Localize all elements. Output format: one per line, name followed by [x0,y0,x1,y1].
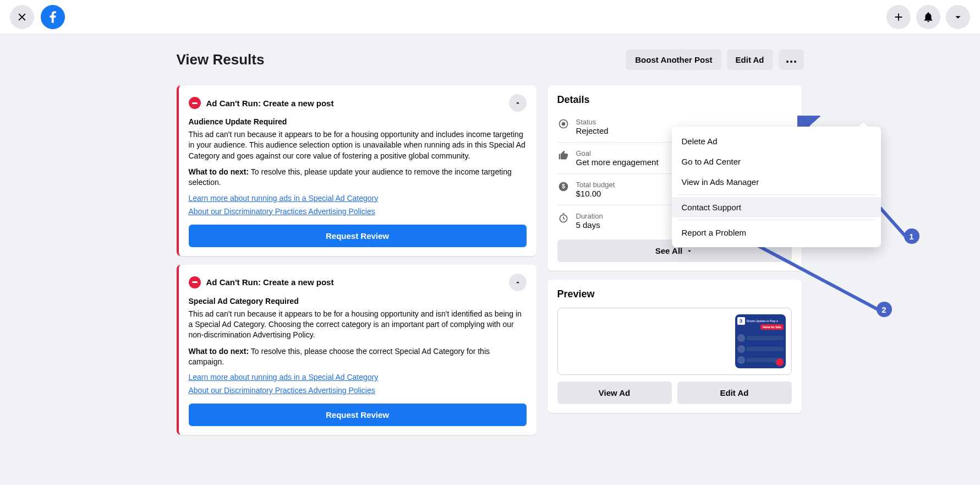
notifications-button[interactable] [916,5,940,29]
alert-title: Ad Can't Run: Create a new post [206,99,334,108]
see-all-label: See All [655,246,682,255]
topbar [0,0,980,34]
alert-body: This ad can't run because it appears to … [189,309,527,341]
page-header: View Results Boost Another Post Edit Ad [177,50,804,70]
more-options-button[interactable] [779,50,804,70]
ad-thumbnail: 3Simple Updates to Prep a Home for Sale [735,314,786,368]
create-button[interactable] [886,5,911,29]
svg-point-1 [790,61,792,63]
alert-next: What to do next: To resolve this, please… [189,346,527,368]
dropdown-delete-ad[interactable]: Delete Ad [672,131,881,151]
facebook-icon [45,9,61,25]
alert-next-label: What to do next: [189,167,249,176]
alert-next-label: What to do next: [189,347,249,356]
header-actions: Boost Another Post Edit Ad [626,50,803,70]
chevron-up-icon [514,279,522,286]
left-column: Ad Can't Run: Create a new post Audience… [177,85,536,435]
alert-header-left: Ad Can't Run: Create a new post [189,276,334,288]
alert-header: Ad Can't Run: Create a new post [189,94,527,112]
detail-info: Duration 5 days [576,212,603,230]
detail-info: Status Rejected [576,118,609,135]
alert-subtitle: Audience Update Required [189,117,527,126]
stopwatch-icon [557,212,570,224]
boost-another-post-button[interactable]: Boost Another Post [626,50,721,70]
dropdown-report-problem[interactable]: Report a Problem [672,222,881,243]
alert-title: Ad Can't Run: Create a new post [206,277,334,287]
view-ad-button[interactable]: View Ad [557,382,672,404]
status-icon [557,118,570,130]
learn-more-link[interactable]: Learn more about running ads in a Specia… [189,373,527,382]
duration-value: 5 days [576,220,603,230]
policies-link[interactable]: About our Discriminatory Practices Adver… [189,386,527,395]
alert-body: This ad can't run because it appears to … [189,129,527,161]
preview-card: Preview 3Simple Updates to Prep a Home f… [548,280,802,413]
thumb-number: 3 [737,317,745,325]
topbar-right [886,5,970,29]
no-entry-icon [189,97,201,109]
budget-value: $10.00 [576,189,615,198]
bell-icon [922,11,934,23]
goal-label: Goal [576,149,659,157]
duration-label: Duration [576,212,603,220]
svg-text:$: $ [562,183,565,189]
svg-point-0 [786,61,789,63]
preview-heading: Preview [557,288,792,300]
dropdown-divider [677,220,875,220]
collapse-button[interactable] [509,274,527,291]
no-entry-icon [189,276,201,288]
dropdown-divider [677,194,875,195]
dollar-icon: $ [557,181,570,193]
dropdown-view-in-ads-manager[interactable]: View in Ads Manager [672,172,881,192]
alert-card-category: Ad Can't Run: Create a new post Special … [177,265,536,435]
thumb-badge-icon [776,358,784,366]
alert-next: What to do next: To resolve this, please… [189,167,527,188]
annotation-badge-2: 2 [877,302,892,317]
detail-info: Total budget $10.00 [576,181,615,198]
container: View Results Boost Another Post Edit Ad … [177,50,804,435]
status-value: Rejected [576,126,609,135]
alert-subtitle: Special Ad Category Required [189,297,527,306]
main-content: View Results Boost Another Post Edit Ad … [0,34,980,435]
topbar-left [10,5,65,29]
dropdown-contact-support[interactable]: Contact Support [672,197,881,217]
dropdown-go-to-ad-center[interactable]: Go to Ad Center [672,151,881,172]
thumbs-up-icon [557,149,570,161]
annotation-badge-1: 1 [904,228,919,244]
chevron-down-icon [686,247,693,255]
thumb-pill: Home for Sale [760,324,784,330]
collapse-button[interactable] [509,94,527,112]
page-title: View Results [177,51,265,68]
chevron-up-icon [514,99,522,107]
status-label: Status [576,118,609,126]
caret-down-icon [952,11,964,23]
edit-ad-button[interactable]: Edit Ad [727,50,773,70]
svg-point-2 [794,61,796,63]
goal-value: Get more engagement [576,157,659,167]
edit-ad-button-preview[interactable]: Edit Ad [677,382,792,404]
learn-more-link[interactable]: Learn more about running ads in a Specia… [189,194,527,203]
policies-link[interactable]: About our Discriminatory Practices Adver… [189,207,527,216]
request-review-button[interactable]: Request Review [189,404,527,426]
preview-box: 3Simple Updates to Prep a Home for Sale [557,308,792,375]
facebook-logo[interactable] [41,5,65,29]
thumb-heading: Simple Updates to Prep a [747,320,778,323]
plus-icon [893,11,905,23]
details-heading: Details [557,94,792,106]
close-button[interactable] [10,5,34,29]
ellipsis-icon [786,61,796,63]
more-options-dropdown: Delete Ad Go to Ad Center View in Ads Ma… [672,127,881,247]
close-icon [16,11,28,23]
svg-point-4 [561,122,565,126]
alert-header: Ad Can't Run: Create a new post [189,274,527,291]
detail-info: Goal Get more engagement [576,149,659,167]
preview-actions: View Ad Edit Ad [557,382,792,404]
account-menu-button[interactable] [946,5,970,29]
budget-label: Total budget [576,181,615,189]
request-review-button[interactable]: Request Review [189,225,527,247]
alert-card-audience: Ad Can't Run: Create a new post Audience… [177,85,536,256]
alert-header-left: Ad Can't Run: Create a new post [189,97,334,109]
